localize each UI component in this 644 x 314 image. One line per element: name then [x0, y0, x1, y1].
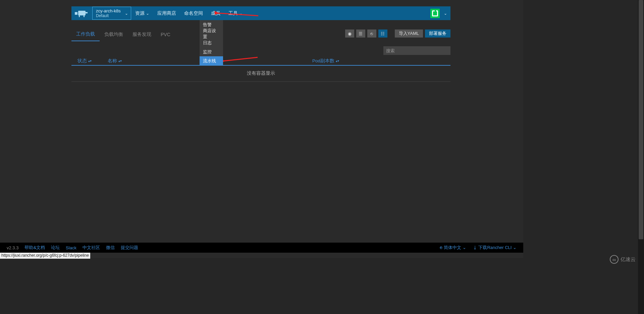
footer-wechat[interactable]: 微信 — [106, 245, 115, 251]
dropdown-store-settings[interactable]: 商店设置 — [200, 29, 223, 38]
footer-language[interactable]: ⊕ 简体中文 ⌄ — [439, 245, 466, 251]
search-input[interactable] — [383, 46, 450, 55]
header-bar: zcy-arch-k8s Default ⌄ 资源⌄ 应用商店 命名空间 成员 … — [71, 6, 450, 20]
col-status[interactable]: 状态▴▾ — [77, 58, 108, 64]
cluster-selector[interactable]: zcy-arch-k8s Default ⌄ — [92, 7, 131, 20]
nav-app-store[interactable]: 应用商店 — [153, 6, 180, 20]
table-header: 状态▴▾ 名称▴▾ Pod副本数▴▾ — [71, 57, 450, 66]
svg-rect-4 — [84, 15, 85, 17]
top-nav: 资源⌄ 应用商店 命名空间 成员 工具⌄ — [131, 6, 247, 20]
cloud-icon: ∞ — [610, 255, 619, 264]
avatar — [430, 9, 440, 18]
download-icon: ⭳ — [473, 245, 479, 250]
action-tree-icon[interactable]: ☷ — [378, 29, 387, 38]
deploy-button[interactable]: 部署服务 — [425, 29, 450, 38]
svg-rect-2 — [86, 12, 88, 13]
tools-dropdown: 告警 商店设置 日志 监控 流水线 — [200, 20, 223, 65]
footer: v2.3.3 帮助&文档 论坛 Slack 中文社区 微信 提交问题 ⊕ 简体中… — [0, 243, 523, 253]
browser-status-bar: https://jiuxi.rancher.org/p/c-g6fcj:p-62… — [0, 253, 90, 259]
scrollbar[interactable] — [638, 0, 644, 314]
svg-rect-0 — [75, 12, 77, 15]
cluster-sub: Default — [96, 13, 121, 18]
svg-rect-3 — [79, 15, 80, 17]
chevron-down-icon: ⌄ — [146, 11, 149, 16]
cluster-name: zcy-arch-k8s — [96, 8, 121, 14]
sort-icon: ▴▾ — [118, 60, 122, 62]
chevron-down-icon: ⌄ — [461, 245, 466, 250]
footer-submit-issue[interactable]: 提交问题 — [121, 245, 138, 251]
footer-version: v2.3.3 — [7, 245, 18, 250]
footer-cn-community[interactable]: 中文社区 — [83, 245, 100, 251]
import-yaml-button[interactable]: 导入YAML — [395, 29, 423, 38]
scrollbar-thumb[interactable] — [639, 0, 643, 239]
sort-icon: ▴▾ — [88, 60, 92, 62]
footer-forum[interactable]: 论坛 — [51, 245, 60, 251]
footer-slack[interactable]: Slack — [66, 245, 76, 250]
globe-icon: ⊕ — [439, 245, 444, 250]
watermark: ∞ 亿速云 — [610, 255, 636, 264]
action-pause-icon[interactable]: ◉ — [345, 29, 354, 38]
nav-tools[interactable]: 工具⌄ — [224, 6, 247, 20]
user-menu[interactable]: ⌄ — [430, 9, 450, 18]
dropdown-monitor[interactable]: 监控 — [200, 47, 223, 56]
col-pod[interactable]: Pod副本数▴▾ — [312, 58, 339, 64]
nav-resources[interactable]: 资源⌄ — [131, 6, 153, 20]
action-row: ◉ ☰ ⎋ ☷ 导入YAML 部署服务 — [71, 29, 450, 38]
chevron-down-icon: ⌄ — [239, 11, 243, 16]
search-row — [71, 46, 450, 55]
svg-rect-1 — [78, 11, 86, 15]
rancher-logo[interactable] — [71, 6, 92, 20]
chevron-down-icon: ⌄ — [125, 11, 128, 16]
table-empty: 没有容器显示 — [71, 70, 450, 82]
main-area: zcy-arch-k8s Default ⌄ 资源⌄ 应用商店 命名空间 成员 … — [0, 0, 523, 258]
action-list-icon[interactable]: ☰ — [356, 29, 365, 38]
sort-icon: ▴▾ — [336, 60, 339, 62]
nav-members[interactable]: 成员 — [207, 6, 224, 20]
chevron-down-icon: ⌄ — [512, 245, 517, 250]
footer-help[interactable]: 帮助&文档 — [24, 245, 45, 251]
nav-namespace[interactable]: 命名空间 — [180, 6, 207, 20]
chevron-down-icon: ⌄ — [444, 11, 447, 16]
dropdown-pipeline[interactable]: 流水线 — [200, 56, 223, 65]
action-download-icon[interactable]: ⎋ — [367, 29, 376, 38]
footer-download-cli[interactable]: ⭳ 下载Rancher CLI ⌄ — [473, 245, 517, 251]
